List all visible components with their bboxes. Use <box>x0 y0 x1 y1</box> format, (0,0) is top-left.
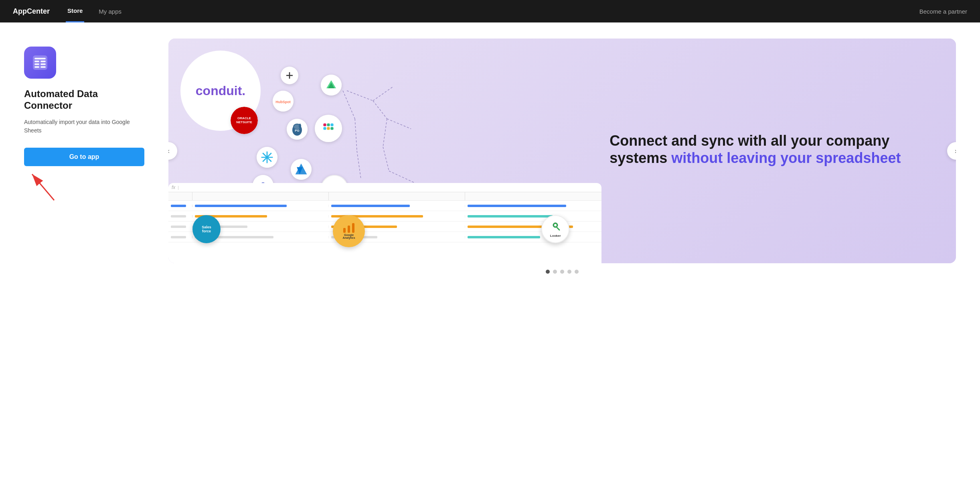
nav-store[interactable]: Store <box>66 0 84 22</box>
carousel-dot-3[interactable] <box>560 270 564 274</box>
svg-rect-36 <box>330 127 333 130</box>
main-content: Automated Data Connector Automatically i… <box>0 22 980 492</box>
svg-rect-32 <box>323 127 326 130</box>
svg-rect-51 <box>343 228 346 233</box>
left-panel: Automated Data Connector Automatically i… <box>24 39 144 202</box>
svg-point-41 <box>265 156 268 159</box>
app-icon <box>24 47 56 79</box>
svg-text:HubSpot: HubSpot <box>275 100 291 104</box>
svg-rect-7 <box>40 66 46 68</box>
slide-right: Connect and sync with all your company s… <box>601 39 956 263</box>
become-partner-link[interactable]: Become a partner <box>919 8 967 15</box>
forestry-icon <box>321 75 342 96</box>
svg-line-56 <box>557 228 559 230</box>
carousel: conduit. <box>168 39 956 263</box>
carousel-dot-1[interactable] <box>546 270 550 274</box>
svg-rect-35 <box>330 123 333 126</box>
red-arrow-icon <box>24 170 60 202</box>
svg-line-9 <box>32 174 54 200</box>
svg-text:PG: PG <box>295 129 300 132</box>
app-title: Automated Data Connector <box>24 88 144 112</box>
hubspot-icon: HubSpot <box>273 91 294 112</box>
looker-badge: Looker <box>541 215 569 243</box>
nav-links: Store My apps <box>66 0 123 22</box>
go-to-app-button[interactable]: Go to app <box>24 148 144 166</box>
svg-rect-2 <box>34 61 39 62</box>
carousel-slide-1: conduit. <box>168 39 956 263</box>
carousel-dot-2[interactable] <box>553 270 557 274</box>
carousel-dot-4[interactable] <box>567 270 571 274</box>
formula-fx: fx <box>172 185 175 190</box>
slack-icon <box>315 115 342 142</box>
nav-my-apps[interactable]: My apps <box>97 0 123 22</box>
carousel-dots <box>168 263 956 277</box>
navbar: AppCenter Store My apps Become a partner <box>0 0 980 22</box>
google-analytics-badge: GoogleAnalytics <box>333 215 365 247</box>
svg-rect-5 <box>40 63 46 65</box>
svg-rect-31 <box>323 123 326 126</box>
svg-rect-6 <box>34 66 39 68</box>
arrow-indicator <box>24 170 144 202</box>
svg-point-29 <box>299 124 301 128</box>
snowflake-icon <box>257 147 277 168</box>
svg-rect-53 <box>352 223 354 233</box>
oracle-icon: ORACLENETSUITE <box>231 107 258 134</box>
salesforce-badge: Salesforce <box>192 215 221 243</box>
carousel-dot-5[interactable] <box>575 270 579 274</box>
spreadsheet-preview: fx | <box>168 183 601 263</box>
svg-rect-4 <box>34 63 39 65</box>
svg-rect-52 <box>348 226 350 233</box>
svg-rect-34 <box>327 127 330 130</box>
svg-rect-1 <box>34 58 46 59</box>
plus-icon <box>281 67 298 84</box>
azure-icon <box>291 159 312 180</box>
slide-headline: Connect and sync with all your company s… <box>609 132 940 167</box>
brand-logo: AppCenter <box>13 7 50 16</box>
svg-rect-33 <box>327 123 330 126</box>
carousel-wrapper: conduit. <box>168 39 956 277</box>
svg-point-55 <box>554 224 557 226</box>
slide-left: conduit. <box>168 39 601 263</box>
svg-rect-3 <box>40 61 46 62</box>
app-description: Automatically import your data into Goog… <box>24 118 144 135</box>
postgresql-icon: PG <box>287 119 308 140</box>
